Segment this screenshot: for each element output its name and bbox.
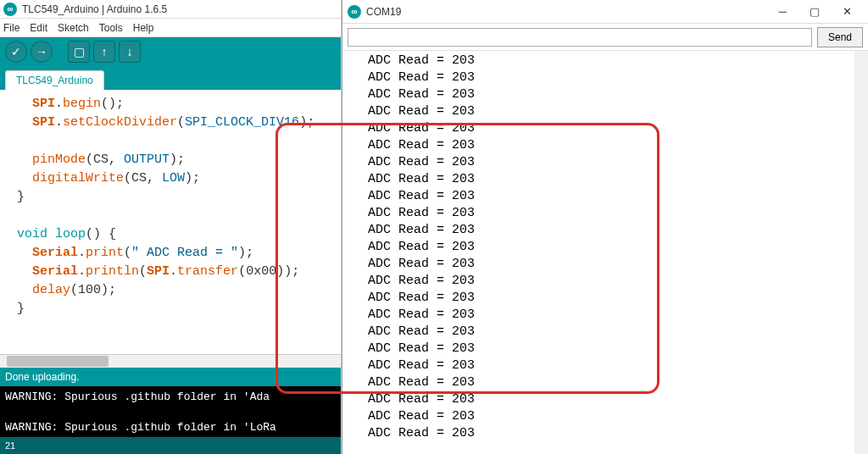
serial-line: ADC Read = 203 [368, 120, 843, 137]
serial-vertical-scrollbar[interactable] [854, 51, 868, 454]
menu-sketch[interactable]: Sketch [58, 22, 89, 34]
serial-line: ADC Read = 203 [368, 69, 843, 86]
window-controls: ─ ▢ ✕ [766, 2, 863, 22]
serial-line: ADC Read = 203 [368, 154, 843, 171]
ide-console[interactable]: WARNING: Spurious .github folder in 'Ada… [0, 386, 341, 437]
serial-line: ADC Read = 203 [368, 273, 843, 290]
serial-line: ADC Read = 203 [368, 357, 843, 374]
serial-line: ADC Read = 203 [368, 324, 843, 340]
serial-input-row: Send [342, 24, 868, 51]
serial-line: ADC Read = 203 [368, 239, 843, 256]
maximize-button[interactable]: ▢ [798, 2, 831, 22]
arduino-logo-icon: ∞ [3, 3, 17, 16]
send-button[interactable]: Send [817, 27, 863, 47]
serial-line: ADC Read = 203 [368, 307, 843, 324]
arduino-logo-icon: ∞ [348, 5, 361, 19]
ide-title: TLC549_Arduino | Arduino 1.6.5 [22, 3, 167, 15]
ide-footer: 21 [0, 437, 341, 454]
close-button[interactable]: ✕ [831, 2, 863, 22]
arduino-ide-window: ∞ TLC549_Arduino | Arduino 1.6.5 File Ed… [0, 0, 342, 454]
line-number: 21 [5, 440, 15, 451]
new-button[interactable]: ▢ [68, 41, 90, 63]
serial-line: ADC Read = 203 [368, 137, 843, 154]
serial-line: ADC Read = 203 [368, 53, 843, 69]
editor-horizontal-scrollbar[interactable] [0, 354, 341, 368]
menu-edit[interactable]: Edit [30, 22, 47, 34]
serial-titlebar: ∞ COM19 ─ ▢ ✕ [342, 0, 868, 24]
serial-line: ADC Read = 203 [368, 171, 843, 188]
serial-line: ADC Read = 203 [368, 290, 843, 307]
serial-line: ADC Read = 203 [368, 205, 843, 222]
save-button[interactable]: ↓ [119, 41, 141, 63]
verify-button[interactable]: ✓ [5, 41, 27, 63]
serial-line: ADC Read = 203 [368, 340, 843, 357]
ide-toolbar: ✓ → ▢ ↑ ↓ [0, 37, 341, 66]
serial-line: ADC Read = 203 [368, 103, 843, 120]
upload-button[interactable]: → [31, 41, 53, 63]
serial-input[interactable] [348, 28, 812, 47]
ide-statusbar: Done uploading. [0, 368, 341, 386]
menu-tools[interactable]: Tools [99, 22, 123, 34]
status-text: Done uploading. [5, 371, 79, 383]
code-editor[interactable]: SPI.begin(); SPI.setClockDivider(SPI_CLO… [0, 90, 341, 354]
menu-help[interactable]: Help [133, 22, 154, 34]
serial-line: ADC Read = 203 [368, 391, 843, 408]
ide-menubar: File Edit Sketch Tools Help [0, 19, 341, 37]
serial-line: ADC Read = 203 [368, 408, 843, 425]
open-button[interactable]: ↑ [93, 41, 115, 63]
serial-line: ADC Read = 203 [368, 374, 843, 391]
tab-sketch[interactable]: TLC549_Arduino [5, 70, 104, 90]
serial-monitor-window: ∞ COM19 ─ ▢ ✕ Send ADC Read = 203 ADC Re… [342, 0, 868, 454]
scrollbar-thumb[interactable] [7, 356, 108, 367]
menu-file[interactable]: File [3, 22, 19, 34]
ide-titlebar: ∞ TLC549_Arduino | Arduino 1.6.5 [0, 0, 341, 19]
serial-line: ADC Read = 203 [368, 256, 843, 273]
serial-title: COM19 [366, 6, 401, 18]
serial-line: ADC Read = 203 [368, 188, 843, 205]
ide-tabbar: TLC549_Arduino [0, 66, 341, 90]
serial-line: ADC Read = 203 [368, 425, 843, 442]
serial-line: ADC Read = 203 [368, 222, 843, 239]
serial-output[interactable]: ADC Read = 203 ADC Read = 203 ADC Read =… [342, 51, 868, 454]
serial-line: ADC Read = 203 [368, 86, 843, 103]
minimize-button[interactable]: ─ [766, 2, 798, 22]
